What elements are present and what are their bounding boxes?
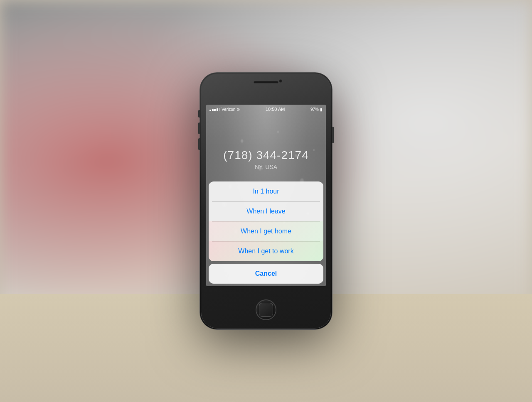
action-sheet-options: In 1 hour When I leave When I get home W… bbox=[209, 181, 323, 261]
mute-switch[interactable] bbox=[198, 110, 200, 118]
home-button-inner bbox=[259, 303, 273, 317]
volume-down-button[interactable] bbox=[198, 138, 200, 150]
action-cancel-button[interactable]: Cancel bbox=[209, 264, 323, 284]
option-in-1-hour[interactable]: In 1 hour bbox=[209, 181, 323, 201]
front-camera bbox=[279, 79, 282, 83]
battery-icon: ▮ bbox=[320, 107, 323, 112]
signal-dot-5 bbox=[219, 108, 220, 111]
phone-screen: Verizon ⊜ 10:50 AM 97% ▮ (718) 344-2174 … bbox=[206, 105, 326, 286]
power-button[interactable] bbox=[332, 127, 334, 143]
status-right: 97% ▮ bbox=[310, 107, 323, 112]
cancel-label[interactable]: Cancel bbox=[209, 264, 323, 284]
phone-device: Verizon ⊜ 10:50 AM 97% ▮ (718) 344-2174 … bbox=[200, 72, 332, 330]
carrier-name: Verizon bbox=[222, 107, 235, 112]
volume-up-button[interactable] bbox=[198, 123, 200, 134]
signal-dot-4 bbox=[217, 108, 218, 111]
option-when-i-get-to-work[interactable]: When I get to work bbox=[209, 241, 323, 261]
status-time: 10:50 AM bbox=[266, 107, 285, 112]
option-when-i-get-home[interactable]: When I get home bbox=[209, 221, 323, 241]
status-bar: Verizon ⊜ 10:50 AM 97% ▮ bbox=[206, 105, 326, 114]
caller-location: NY, USA bbox=[255, 164, 277, 170]
earpiece-speaker bbox=[254, 81, 278, 83]
option-when-i-leave[interactable]: When I leave bbox=[209, 201, 323, 221]
signal-dot-2 bbox=[212, 109, 214, 111]
signal-strength bbox=[209, 108, 220, 111]
home-button[interactable] bbox=[256, 299, 276, 320]
signal-dot-1 bbox=[209, 110, 211, 111]
action-sheet: In 1 hour When I leave When I get home W… bbox=[206, 181, 326, 286]
status-left: Verizon ⊜ bbox=[209, 107, 240, 112]
wifi-icon: ⊜ bbox=[236, 107, 240, 112]
battery-percent: 97% bbox=[310, 107, 319, 112]
caller-number: (718) 344-2174 bbox=[223, 149, 308, 162]
signal-dot-3 bbox=[214, 109, 216, 111]
